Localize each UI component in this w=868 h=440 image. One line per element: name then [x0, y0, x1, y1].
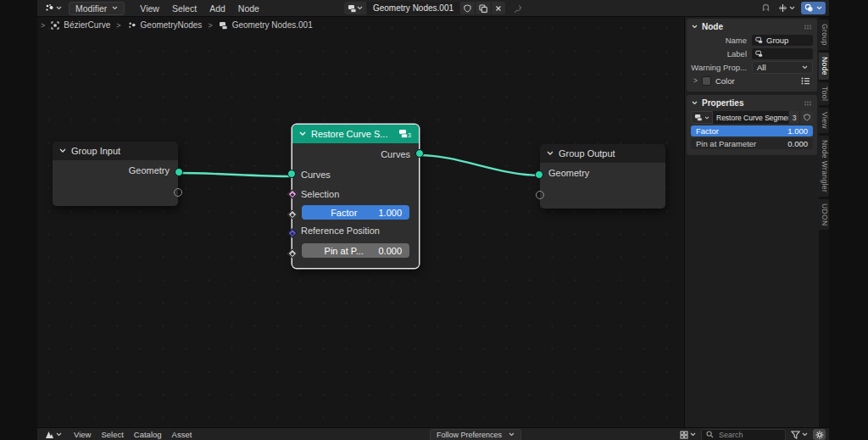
- display-mode-dropdown[interactable]: [678, 430, 698, 440]
- socket-label-geometry: Geometry: [548, 168, 589, 178]
- breadcrumb-separator: >: [208, 21, 212, 30]
- breadcrumb-modifier[interactable]: GeometryNodes: [127, 20, 203, 30]
- shelf-menu-select[interactable]: Select: [101, 430, 123, 439]
- node-group-fake-user-button[interactable]: [799, 111, 813, 124]
- color-collapse-chevron[interactable]: >: [693, 76, 698, 85]
- collapse-chevron-icon[interactable]: [299, 131, 306, 136]
- node-tree-name-field[interactable]: Geometry Nodes.001: [367, 2, 459, 14]
- factor-slider[interactable]: Factor 1.000: [302, 205, 409, 220]
- label-field[interactable]: [752, 48, 813, 59]
- shelf-menu-view[interactable]: View: [74, 430, 91, 439]
- shelf-menu-catalog[interactable]: Catalog: [134, 430, 162, 439]
- socket-curves-output[interactable]: [415, 149, 424, 158]
- socket-selection-input[interactable]: [288, 190, 296, 198]
- editor-type-dropdown[interactable]: [42, 3, 64, 14]
- socket-geometry-input[interactable]: [535, 170, 543, 179]
- modifier-dropdown[interactable]: Modifier: [69, 2, 125, 15]
- menu-node[interactable]: Node: [238, 3, 259, 14]
- socket-reference-position-input[interactable]: [288, 229, 296, 237]
- chevron-down-icon: [802, 65, 808, 70]
- properties-panel-header[interactable]: Properties: [687, 95, 817, 109]
- search-input[interactable]: [717, 430, 775, 440]
- asset-search-box: [701, 429, 786, 440]
- node-restore-curve-header[interactable]: Restore Curve S... 3: [292, 125, 419, 143]
- list-icon[interactable]: [801, 77, 810, 85]
- socket-virtual[interactable]: [174, 188, 182, 197]
- chevron-down-icon: [816, 6, 822, 10]
- sidebar-factor-slider[interactable]: Factor 1.000: [691, 125, 813, 136]
- asset-shelf-header: View Select Catalog Asset Follow Prefere…: [37, 427, 829, 440]
- breadcrumb-nodetree[interactable]: Geometry Nodes.001: [219, 20, 313, 30]
- tab-node-wrangler[interactable]: Node Wrangler: [819, 136, 829, 197]
- sidebar-pin-slider[interactable]: Pin at Parameter 0.000: [691, 138, 813, 149]
- tab-group[interactable]: Group: [819, 19, 829, 50]
- overlays-toggle[interactable]: [801, 2, 826, 14]
- node-group-input-header[interactable]: Group Input: [53, 142, 178, 160]
- overlays-icon: [804, 3, 814, 13]
- pin-value: 0.000: [378, 246, 402, 256]
- factor-value: 1.000: [378, 208, 402, 218]
- node-group-selector: Restore Curve Segment ... 3: [691, 111, 813, 124]
- tab-tool[interactable]: Tool: [819, 82, 829, 105]
- fake-user-button[interactable]: [460, 2, 475, 14]
- menu-select[interactable]: Select: [172, 3, 197, 14]
- unlink-button[interactable]: [492, 2, 505, 14]
- node-group-name-field[interactable]: Restore Curve Segment ...: [713, 111, 788, 124]
- node-restore-curve[interactable]: Restore Curve S... 3 Curves Curves Selec…: [292, 125, 419, 268]
- node-group-input[interactable]: Group Input Geometry: [53, 142, 178, 206]
- drag-dots-icon[interactable]: [804, 25, 812, 30]
- menu-add[interactable]: Add: [209, 3, 225, 14]
- color-checkbox[interactable]: [702, 76, 711, 86]
- breadcrumb-nodetree-label: Geometry Nodes.001: [232, 20, 313, 30]
- close-icon: [495, 5, 502, 12]
- pin-at-parameter-slider[interactable]: Pin at P... 0.000: [302, 243, 409, 258]
- node-tree-name: Geometry Nodes.001: [373, 3, 453, 13]
- node-group-output[interactable]: Group Output Geometry: [540, 144, 665, 209]
- tab-node[interactable]: Node: [819, 53, 829, 80]
- nodetree-icon: [694, 114, 703, 121]
- menu-view[interactable]: View: [140, 3, 159, 14]
- breadcrumb-object[interactable]: BézierCurve: [51, 20, 110, 30]
- snap-magnet-toggle[interactable]: [760, 3, 772, 14]
- node-tree-browse-button[interactable]: [344, 2, 366, 14]
- pin-toggle[interactable]: [514, 4, 522, 13]
- nodetree-icon: [755, 36, 763, 44]
- name-value: Group: [766, 36, 788, 45]
- drag-dots-icon[interactable]: [804, 101, 812, 106]
- duplicate-button[interactable]: [476, 2, 491, 14]
- breadcrumb-object-label: BézierCurve: [64, 20, 110, 30]
- node-group-users-button[interactable]: 3: [788, 111, 799, 124]
- node-panel-header[interactable]: Node: [687, 19, 817, 33]
- node-group-icon: 3: [398, 129, 412, 139]
- asset-shelf-dropdown[interactable]: [43, 430, 64, 440]
- socket-virtual[interactable]: [536, 191, 544, 199]
- follow-preferences-dropdown[interactable]: Follow Preferences: [430, 429, 521, 440]
- right-margin: [829, 0, 868, 440]
- sidebar: Node Name Group Label Warning Prop...: [684, 17, 819, 427]
- collapse-chevron-icon[interactable]: [59, 148, 66, 153]
- socket-label-selection: Selection: [301, 189, 339, 199]
- socket-factor-input[interactable]: [288, 210, 296, 218]
- node-group-output-header[interactable]: Group Output: [540, 144, 665, 163]
- socket-pin-input[interactable]: [288, 249, 296, 257]
- follow-preferences-label: Follow Preferences: [437, 431, 502, 439]
- name-field[interactable]: Group: [752, 35, 813, 46]
- warning-propagation-dropdown[interactable]: All: [752, 61, 813, 74]
- shelf-settings-button[interactable]: [813, 429, 826, 440]
- shield-icon: [804, 114, 810, 121]
- tab-view[interactable]: View: [819, 108, 829, 133]
- collapse-chevron-icon[interactable]: [547, 151, 554, 156]
- warning-propagation-value: All: [757, 63, 766, 72]
- node-tree-selector: Geometry Nodes.001: [344, 2, 522, 14]
- shelf-menu-asset[interactable]: Asset: [172, 430, 192, 439]
- socket-curves-input[interactable]: [287, 170, 296, 178]
- filter-icon: [791, 431, 800, 439]
- breadcrumb-modifier-label: GeometryNodes: [141, 20, 203, 30]
- snap-settings-dropdown[interactable]: [776, 3, 797, 14]
- sidebar-pin-label: Pin at Parameter: [696, 139, 756, 148]
- node-group-browse-button[interactable]: [691, 111, 713, 124]
- filter-dropdown[interactable]: [789, 430, 810, 440]
- tab-udon[interactable]: UDON: [819, 199, 829, 231]
- chevron-down-icon: [789, 6, 795, 10]
- socket-geometry-output[interactable]: [175, 168, 183, 176]
